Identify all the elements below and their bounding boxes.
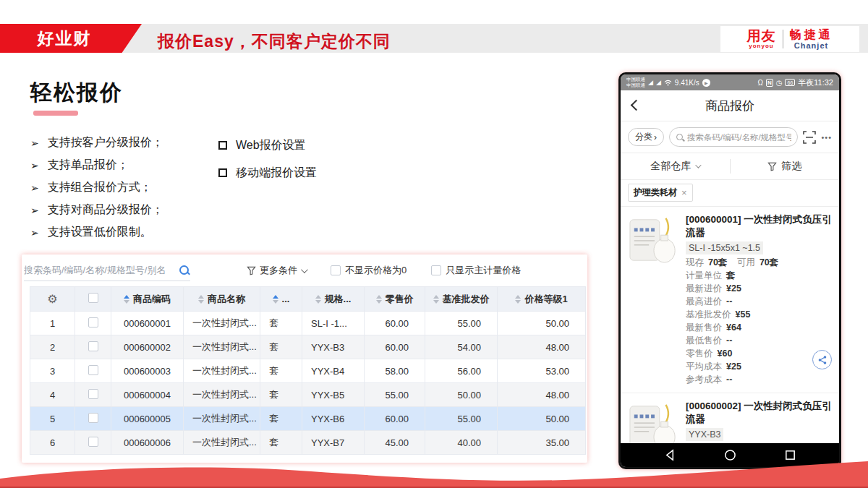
chevron-right-icon: ›: [654, 132, 657, 142]
product-card-list: [000600001] 一次性封闭式负压引流器 SL-I -15x5x1 ~1.…: [621, 207, 839, 443]
product-card[interactable]: [000600001] 一次性封闭式负压引流器 SL-I -15x5x1 ~1.…: [621, 207, 839, 393]
sort-icon[interactable]: [376, 295, 382, 304]
field-value: ¥25: [726, 361, 741, 372]
table-row[interactable]: 3 000600003 一次性封闭式... 套 YYX-B4 58.00 56.…: [30, 359, 586, 383]
back-icon[interactable]: [631, 100, 642, 111]
field-label: 参考成本: [686, 374, 722, 385]
row-checkbox[interactable]: [88, 413, 98, 423]
column-header-price-level[interactable]: 价格等级1: [498, 287, 586, 312]
field-label: 最高进价: [686, 296, 722, 307]
list-item: Web报价设置: [218, 132, 317, 159]
table-search[interactable]: [24, 260, 190, 281]
cell-code: 000600006: [111, 431, 184, 455]
cell-wholesale: 40.00: [425, 431, 498, 455]
phone-app-nav: 商品报价: [621, 90, 839, 121]
row-checkbox[interactable]: [88, 389, 98, 399]
field-value: 套: [726, 270, 736, 281]
table-row-selected[interactable]: 5 000600005 一次性封闭式... 套 YYX-B6 60.00 55.…: [30, 407, 586, 431]
row-select-cell[interactable]: [75, 407, 111, 431]
cell-unit: 套: [260, 407, 302, 431]
phone-search-field[interactable]: [669, 127, 798, 147]
cell-price-level: 48.00: [498, 383, 586, 407]
column-header-retail[interactable]: 零售价: [365, 287, 425, 312]
cell-spec: YYX-B4: [302, 359, 365, 383]
sort-icon[interactable]: [433, 295, 439, 304]
footer-wave: [0, 458, 868, 488]
field-line: 零售价¥60: [686, 347, 832, 360]
column-settings[interactable]: ⚙: [30, 287, 75, 312]
select-all-checkbox[interactable]: [88, 293, 98, 303]
gear-icon[interactable]: ⚙: [47, 293, 57, 305]
cell-spec: YYX-B5: [302, 383, 365, 407]
table-row[interactable]: 1 000600001 一次性封闭式... 套 SL-I -1... 60.00…: [30, 312, 586, 335]
category-tag[interactable]: 护理类耗材×: [628, 184, 693, 202]
select-all-cell[interactable]: [75, 287, 111, 312]
option-text: Web报价设置: [236, 138, 306, 153]
column-label: 规格...: [325, 293, 352, 306]
alarm-icon: ◷: [776, 79, 783, 87]
sort-icon[interactable]: [124, 295, 129, 304]
row-checkbox[interactable]: [88, 365, 98, 375]
sort-icon[interactable]: [315, 295, 321, 304]
row-select-cell[interactable]: [75, 431, 111, 455]
table-row[interactable]: 2 000600002 一次性封闭式... 套 YYX-B3 60.00 54.…: [30, 335, 586, 359]
product-card[interactable]: [000600002] 一次性封闭式负压引流器 YYX-B3 现存0 可用0 计…: [621, 393, 839, 443]
row-select-cell[interactable]: [75, 312, 111, 335]
table-row[interactable]: 4 000600004 一次性封闭式... 套 YYX-B5 55.00 50.…: [30, 383, 586, 407]
warehouse-selector[interactable]: 全部仓库: [621, 153, 730, 179]
field-line: 计量单位套: [686, 269, 832, 282]
checkbox[interactable]: [431, 265, 441, 275]
sort-icon[interactable]: [273, 295, 278, 304]
row-index: 2: [30, 335, 75, 359]
search-icon[interactable]: [179, 265, 190, 276]
phone-search-input[interactable]: [687, 133, 791, 142]
more-icon[interactable]: •••: [821, 133, 832, 142]
field-label: 最新进价: [686, 283, 722, 294]
carrier-label: 中国联通 中国联通: [626, 77, 645, 88]
column-label: 零售价: [386, 293, 414, 306]
field-line: 最新进价¥25: [686, 282, 832, 295]
network-speed: 9.41K/s: [675, 79, 699, 87]
feature-text: 支持单品报价；: [48, 158, 129, 173]
search-input[interactable]: [24, 265, 179, 275]
arrow-bullet-icon: ➢: [30, 160, 39, 171]
row-checkbox[interactable]: [88, 437, 98, 447]
filter-button[interactable]: 筛选: [731, 153, 840, 179]
category-button[interactable]: 分类›: [628, 128, 664, 146]
row-checkbox[interactable]: [88, 341, 98, 351]
logo-divider: [783, 30, 783, 48]
field-label: 计量单位: [686, 270, 722, 281]
cell-price-level: 53.00: [498, 359, 586, 383]
column-header-spec[interactable]: 规格...: [302, 287, 365, 312]
field-value: 70套: [760, 257, 778, 267]
sort-icon[interactable]: [198, 295, 204, 304]
table-row[interactable]: 6 000600006 一次性封闭式... 套 YYX-B7 45.00 40.…: [30, 431, 586, 455]
sort-icon[interactable]: [515, 295, 521, 304]
row-select-cell[interactable]: [75, 383, 111, 407]
share-button[interactable]: [812, 350, 832, 369]
column-header-unit[interactable]: ...: [260, 287, 302, 312]
filter-checkbox-main-unit[interactable]: 只显示主计量价格: [431, 264, 521, 277]
list-item: ➢支持按客户分级报价；: [30, 132, 163, 154]
chanjet-logo-cn: 畅捷通: [790, 29, 833, 40]
scan-icon[interactable]: [803, 131, 816, 144]
filter-checkbox-zero-price[interactable]: 不显示价格为0: [331, 264, 407, 277]
checkbox[interactable]: [331, 265, 341, 275]
column-header-code[interactable]: 商品编码: [111, 287, 184, 312]
field-line: 最新售价¥64: [686, 321, 832, 334]
row-select-cell[interactable]: [75, 335, 111, 359]
slide: 好业财 报价Easy，不同客户定价不同 用友 yonyou 畅捷通 Chanje…: [0, 0, 868, 488]
column-header-name[interactable]: 商品名称: [184, 287, 260, 312]
field-value: 70套: [708, 257, 727, 267]
more-filters-button[interactable]: 更多条件: [247, 264, 306, 277]
row-checkbox[interactable]: [88, 317, 98, 328]
row-select-cell[interactable]: [75, 359, 111, 383]
list-item: ➢支持单品报价；: [30, 154, 163, 176]
column-header-wholesale[interactable]: 基准批发价: [425, 287, 498, 312]
category-label: 分类: [635, 131, 652, 143]
cell-retail: 60.00: [365, 335, 425, 359]
section-underline: [33, 111, 78, 116]
close-icon[interactable]: ×: [681, 187, 687, 198]
product-title: [000600001] 一次性封闭式负压引流器: [686, 213, 832, 239]
status-time: 半夜11:32: [798, 77, 833, 88]
